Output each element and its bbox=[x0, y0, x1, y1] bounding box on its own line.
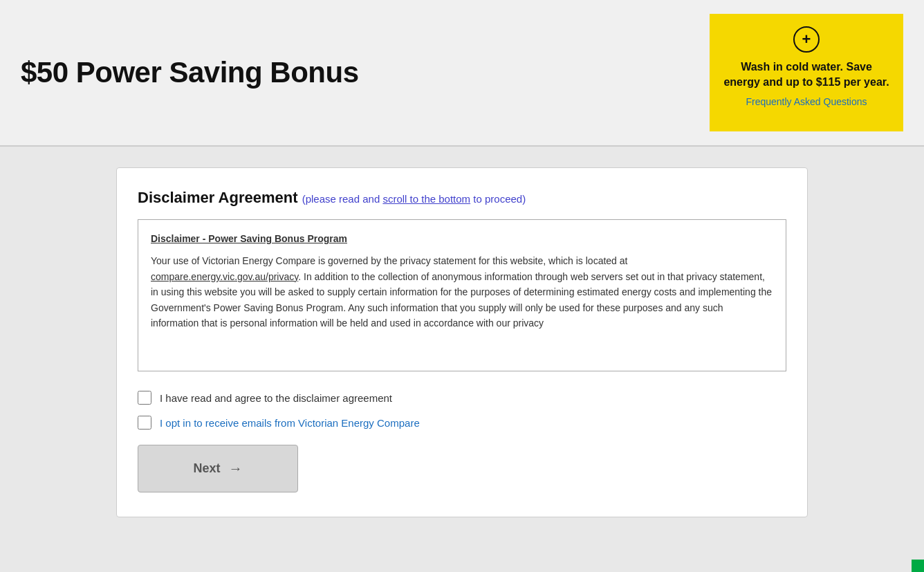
scroll-link[interactable]: scroll to the bottom bbox=[382, 193, 470, 205]
main-area: Disclaimer Agreement (please read and sc… bbox=[0, 147, 924, 538]
agree-label: I have read and agree to the disclaimer … bbox=[160, 392, 392, 404]
next-label: Next bbox=[193, 461, 220, 476]
optin-label: I opt in to receive emails from Victoria… bbox=[160, 417, 420, 429]
checkbox-group: I have read and agree to the disclaimer … bbox=[138, 391, 786, 430]
tip-text: Wash in cold water. Save energy and up t… bbox=[723, 59, 889, 91]
note-prefix: (please read and bbox=[302, 193, 383, 205]
disclaimer-scroll-area[interactable]: Disclaimer - Power Saving Bonus Program … bbox=[138, 220, 786, 371]
disclaimer-box: Disclaimer - Power Saving Bonus Program … bbox=[138, 219, 786, 371]
note-suffix: to proceed) bbox=[470, 193, 526, 205]
disclaimer-title: Disclaimer - Power Saving Bonus Program bbox=[151, 231, 773, 246]
agree-checkbox[interactable] bbox=[138, 391, 151, 405]
header: $50 Power Saving Bonus + Wash in cold wa… bbox=[0, 0, 924, 147]
plus-icon: + bbox=[793, 26, 820, 53]
section-heading: Disclaimer Agreement (please read and sc… bbox=[138, 189, 786, 207]
disclaimer-body: Your use of Victorian Energy Compare is … bbox=[151, 253, 773, 331]
green-indicator bbox=[912, 560, 924, 572]
arrow-icon: → bbox=[229, 461, 243, 477]
faq-link[interactable]: Frequently Asked Questions bbox=[746, 96, 867, 107]
checkbox-item-optin: I opt in to receive emails from Victoria… bbox=[138, 416, 786, 430]
section-title: Disclaimer Agreement bbox=[138, 189, 298, 206]
page-title: $50 Power Saving Bonus bbox=[21, 56, 359, 89]
optin-checkbox[interactable] bbox=[138, 416, 151, 430]
next-button[interactable]: Next → bbox=[138, 445, 298, 492]
tip-card: + Wash in cold water. Save energy and up… bbox=[710, 14, 903, 131]
section-note: (please read and scroll to the bottom to… bbox=[302, 193, 526, 205]
disclaimer-link[interactable]: compare.energy.vic.gov.au/privacy bbox=[151, 271, 298, 282]
checkbox-item-agree: I have read and agree to the disclaimer … bbox=[138, 391, 786, 405]
form-card: Disclaimer Agreement (please read and sc… bbox=[116, 167, 808, 517]
